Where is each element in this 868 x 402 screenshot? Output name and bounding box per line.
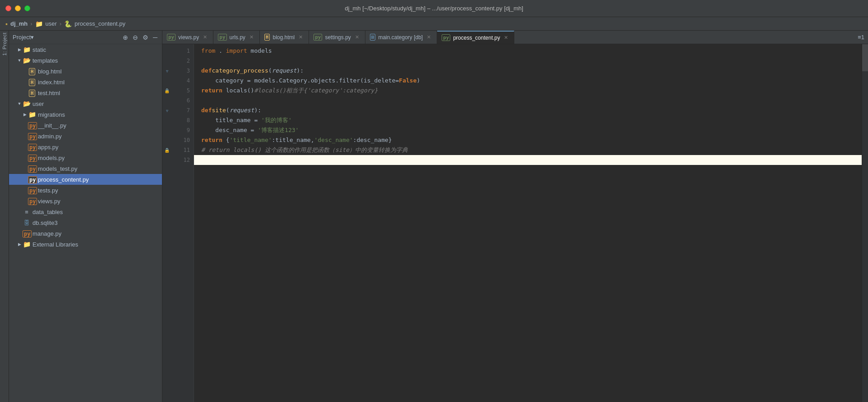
minimap-thumb (862, 44, 868, 71)
tree-item-models-py[interactable]: py models.py (9, 152, 162, 163)
line-number-3: 3 (171, 66, 190, 76)
add-file-icon[interactable]: ⊕ (122, 33, 129, 42)
tab-close-blog[interactable]: ✕ (297, 34, 304, 41)
tab-label-process: process_content.py (453, 35, 500, 41)
lock-icon-5: 🔒 (164, 88, 170, 93)
minimap (862, 44, 868, 402)
tab-bar: py views.py ✕ py urls.py ✕ H blog.html ✕… (162, 31, 868, 44)
code-line-6[interactable] (194, 96, 862, 105)
tree-item---init---py[interactable]: py __init__.py (9, 120, 162, 131)
tab-label-settings: settings.py (325, 34, 351, 41)
tab-label-db: main.category [db] (378, 34, 423, 41)
tab-close-views[interactable]: ✕ (202, 34, 208, 41)
breadcrumb-root[interactable]: dj_mh (10, 20, 28, 27)
tab-blog[interactable]: H blog.html ✕ (260, 31, 309, 44)
code-line-12[interactable] (194, 155, 862, 165)
code-line-7[interactable]: def site(request): (194, 105, 862, 115)
line-number-5: 5 (171, 86, 190, 96)
settings-icon[interactable]: ⚙ (142, 33, 149, 42)
tree-item-db-sqlite3[interactable]: 🗄 db.sqlite3 (9, 217, 162, 228)
gutter-line-10 (162, 135, 171, 145)
tree-item-templates[interactable]: ▼ 📂 templates (9, 55, 162, 66)
breadcrumb-folder[interactable]: user (46, 20, 57, 27)
code-line-3[interactable]: def category_process(request): (194, 66, 862, 76)
tree-content[interactable]: ▶ 📁 static ▼ 📂 templates H blog.html H i… (9, 44, 162, 402)
tab-icon-process: py (442, 34, 450, 41)
tab-close-db[interactable]: ✕ (425, 34, 432, 41)
tree-item-admin-py[interactable]: py admin.py (9, 131, 162, 142)
tree-header: Project▾ ⊕ ⊖ ⚙ ─ (9, 31, 162, 44)
code-line-5[interactable]: return locals()#locals()相当于{'category':c… (194, 86, 862, 96)
fold-icon-3[interactable]: ▿ (166, 69, 168, 73)
tree-item-views-py[interactable]: py views.py (9, 196, 162, 206)
window-controls[interactable] (5, 5, 30, 11)
tab-db[interactable]: ⊞ main.category [db] ✕ (365, 31, 437, 44)
tree-item-process-content-py[interactable]: py process_content.py (9, 174, 162, 185)
project-tree: Project▾ ⊕ ⊖ ⚙ ─ ▶ 📁 static ▼ 📂 template… (9, 31, 162, 402)
code-content[interactable]: from . import models def category_proces… (194, 44, 862, 402)
code-line-4[interactable]: category = models.Category.objects.filte… (194, 76, 862, 86)
gutter-line-8 (162, 115, 171, 125)
code-line-11[interactable]: # return locals() 这个函数的作用是把函数（site）中的变量转… (194, 145, 862, 155)
tree-item-index-html[interactable]: H index.html (9, 77, 162, 87)
tree-item-static[interactable]: ▶ 📁 static (9, 44, 162, 55)
code-line-2[interactable] (194, 56, 862, 66)
code-line-8[interactable]: title_name = '我的博客' (194, 115, 862, 125)
tab-icon-blog: H (264, 34, 270, 41)
tree-item-models-test-py[interactable]: py models_test.py (9, 163, 162, 174)
line-numbers: 123456789101112 (171, 44, 194, 402)
tab-label-urls: urls.py (230, 34, 245, 41)
collapse-icon[interactable]: ⊖ (132, 33, 139, 42)
line-number-4: 4 (171, 76, 190, 86)
tree-title[interactable]: Project▾ (13, 34, 119, 41)
tab-icon-views: py (167, 34, 175, 41)
close-button[interactable] (5, 5, 11, 11)
titlebar: dj_mh [~/Desktop/study/dj_mh] – .../user… (0, 0, 868, 17)
main-layout: 1: Project Project▾ ⊕ ⊖ ⚙ ─ ▶ 📁 static ▼… (0, 31, 868, 402)
code-line-1[interactable]: from . import models (194, 46, 862, 56)
tree-item-blog-html[interactable]: H blog.html (9, 66, 162, 77)
gutter-line-12 (162, 155, 171, 165)
tab-close-urls[interactable]: ✕ (248, 34, 255, 41)
gutter-line-2 (162, 56, 171, 66)
code-editor: ▿🔒▿🔒 123456789101112 from . import model… (162, 44, 868, 402)
editor-area: py views.py ✕ py urls.py ✕ H blog.html ✕… (162, 31, 868, 402)
tree-header-icons: ⊕ ⊖ ⚙ ─ (122, 33, 158, 42)
fold-icon-7[interactable]: ▿ (166, 108, 168, 113)
code-line-9[interactable]: desc_name = '博客描述123' (194, 125, 862, 135)
tree-item-external-libraries[interactable]: ▶ 📁 External Libraries (9, 239, 162, 250)
tree-item-user[interactable]: ▼ 📂 user (9, 98, 162, 109)
breadcrumb-folder-icon: 📁 (35, 20, 43, 27)
tree-item-tests-py[interactable]: py tests.py (9, 185, 162, 196)
minimize-button[interactable] (15, 5, 21, 11)
tab-urls[interactable]: py urls.py ✕ (213, 31, 260, 44)
side-panel-label: 1: Project (2, 32, 7, 55)
maximize-button[interactable] (24, 5, 30, 11)
tab-settings[interactable]: py settings.py ✕ (309, 31, 365, 44)
root-folder-icon: ▪ (5, 20, 8, 27)
tree-item-migrations[interactable]: ▶ 📁 migrations (9, 109, 162, 120)
gutter-line-1 (162, 46, 171, 56)
tab-icon-settings: py (314, 34, 322, 41)
minimize-panel-icon[interactable]: ─ (152, 33, 158, 42)
line-number-11: 11 (171, 145, 190, 155)
code-line-10[interactable]: return {'title_name':title_name,'desc_na… (194, 135, 862, 145)
line-number-9: 9 (171, 125, 190, 135)
line-number-2: 2 (171, 56, 190, 66)
gutter: ▿🔒▿🔒 (162, 44, 171, 402)
tree-item-data-tables[interactable]: ≡ data_tables (9, 206, 162, 217)
line-number-1: 1 (171, 46, 190, 56)
tab-close-settings[interactable]: ✕ (354, 34, 360, 41)
tree-item-manage-py[interactable]: py manage.py (9, 228, 162, 239)
tab-close-process[interactable]: ✕ (503, 34, 509, 41)
line-number-10: 10 (171, 135, 190, 145)
tab-views[interactable]: py views.py ✕ (162, 31, 213, 44)
gutter-line-6 (162, 96, 171, 105)
gutter-line-9 (162, 125, 171, 135)
line-number-6: 6 (171, 96, 190, 105)
tree-item-test-html[interactable]: H test.html (9, 87, 162, 98)
line-number-8: 8 (171, 115, 190, 125)
breadcrumb-file[interactable]: process_content.py (74, 20, 125, 27)
tab-process[interactable]: py process_content.py ✕ (437, 31, 514, 44)
tree-item-apps-py[interactable]: py apps.py (9, 142, 162, 152)
